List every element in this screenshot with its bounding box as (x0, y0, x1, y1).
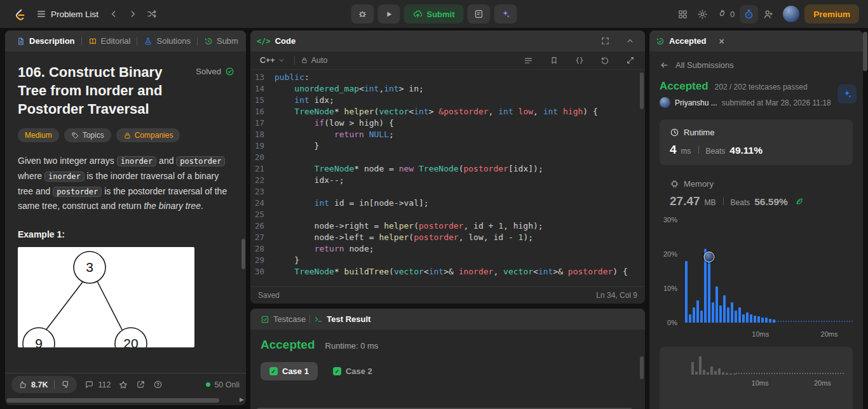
runtime-bar[interactable] (765, 318, 768, 323)
runtime-bar[interactable] (712, 302, 714, 323)
bookmark-button[interactable] (546, 52, 562, 69)
memory-distribution-card[interactable]: 10ms 20ms (660, 347, 853, 409)
next-problem-button[interactable] (124, 5, 142, 23)
runtime-bar[interactable] (754, 316, 756, 323)
runtime-bar[interactable] (685, 261, 688, 323)
memory-bar[interactable] (699, 356, 702, 375)
streak-button[interactable]: 0 (713, 5, 738, 23)
leetcode-logo[interactable] (9, 4, 30, 25)
close-tab-button[interactable]: × (717, 35, 727, 48)
code-line[interactable]: 21 TreeNode* node = new TreeNode(postord… (250, 163, 645, 175)
runtime-bar[interactable] (769, 319, 771, 323)
runtime-bar[interactable] (735, 311, 737, 323)
runtime-bar[interactable] (689, 314, 691, 323)
runtime-bar[interactable] (715, 286, 718, 323)
code-line[interactable]: 15 int idx; (250, 95, 645, 106)
runtime-bar[interactable] (750, 314, 752, 323)
format-code-button[interactable] (520, 52, 537, 69)
runtime-bar[interactable] (700, 311, 703, 323)
settings-button[interactable] (693, 5, 712, 23)
memory-bar[interactable] (710, 366, 713, 375)
snippets-button[interactable] (571, 52, 588, 69)
debug-button[interactable] (351, 4, 374, 23)
memory-bar[interactable] (691, 362, 694, 375)
runtime-bar[interactable] (693, 307, 695, 323)
code-line[interactable]: 25 (250, 209, 645, 220)
runtime-bar[interactable] (742, 314, 745, 323)
user-runtime-marker[interactable] (704, 251, 715, 262)
code-line[interactable]: 24 int id = in[node->val]; (250, 198, 645, 209)
memory-bar[interactable] (703, 370, 705, 375)
notes-button[interactable] (468, 4, 491, 23)
companies-chip[interactable]: Companies (116, 128, 180, 142)
code-line[interactable]: 26 node->right = helper(postorder, id + … (250, 220, 645, 232)
code-editor[interactable]: 13public:14 unordered_map<int,int> in;15… (250, 70, 645, 286)
apps-grid-button[interactable] (674, 5, 692, 23)
runtime-bar[interactable] (723, 295, 726, 323)
window-scrollbar-thumb[interactable] (863, 32, 867, 71)
code-line[interactable]: 17 if(low > high) { (250, 117, 645, 129)
code-line[interactable]: 22 idx--; (250, 175, 645, 186)
tab-accepted[interactable]: Accepted × (656, 35, 727, 48)
dislike-button[interactable] (55, 376, 77, 393)
runtime-bar[interactable] (727, 307, 729, 323)
memory-bar[interactable] (718, 368, 721, 375)
code-line[interactable]: 14 unordered_map<int,int> in; (250, 83, 645, 95)
memory-bar[interactable] (695, 372, 698, 375)
language-selector[interactable]: C++ (257, 54, 288, 67)
code-line[interactable]: 23 (250, 186, 645, 198)
help-button[interactable] (153, 380, 163, 389)
topics-chip[interactable]: Topics (64, 128, 111, 142)
analyze-ai-button[interactable] (837, 84, 857, 104)
code-line[interactable]: 29 } (250, 255, 645, 266)
memory-section[interactable]: Memory 27.47 MB Beats 56.59% (660, 179, 853, 208)
runtime-bar[interactable] (757, 316, 760, 323)
tab-submissions[interactable]: Subm (199, 30, 243, 51)
memory-bar[interactable] (726, 373, 728, 375)
runtime-bar[interactable] (761, 318, 764, 323)
tab-description[interactable]: Description (11, 30, 80, 51)
runtime-bar[interactable] (746, 312, 749, 323)
problem-list-button[interactable]: Problem List (31, 5, 104, 23)
difficulty-badge[interactable]: Medium (18, 128, 59, 142)
fullscreen-editor-button[interactable] (622, 52, 639, 69)
all-submissions-link[interactable]: All Submissions (660, 60, 853, 70)
tab-solutions[interactable]: Solutions (139, 30, 195, 51)
code-line[interactable]: 18 return NULL; (250, 129, 645, 140)
submit-button[interactable]: Submit (403, 4, 463, 23)
code-line[interactable]: 16 TreeNode* helper(vector<int> &postord… (250, 106, 645, 117)
code-line[interactable]: 13public: (250, 72, 645, 83)
memory-bar[interactable] (729, 373, 732, 375)
runtime-bar[interactable] (696, 300, 699, 323)
tab-testcase[interactable]: Testcase (257, 309, 309, 330)
memory-bar[interactable] (707, 372, 709, 375)
hscroll-thumb[interactable] (6, 398, 219, 403)
runtime-bar[interactable] (731, 302, 733, 323)
code-vertical-scrollbar[interactable] (640, 72, 644, 109)
timer-button[interactable] (740, 5, 758, 23)
case-1-button[interactable]: ✓ Case 1 (261, 362, 318, 380)
code-line[interactable]: 20 (250, 152, 645, 163)
like-button[interactable]: 8.7K (11, 376, 54, 393)
hscroll-right-arrow[interactable]: ▶ (240, 396, 244, 403)
tab-test-result[interactable]: Test Result (310, 309, 374, 330)
runtime-bar[interactable] (738, 307, 741, 323)
random-problem-button[interactable] (143, 5, 161, 23)
code-line[interactable]: 19 } (250, 140, 645, 152)
memory-bar[interactable] (714, 371, 717, 375)
ai-assistant-button[interactable] (494, 4, 517, 23)
share-button[interactable] (136, 380, 146, 389)
run-button[interactable] (377, 4, 400, 23)
runtime-bar[interactable] (708, 257, 710, 323)
test-vertical-scrollbar[interactable] (640, 356, 644, 379)
code-line[interactable]: 27 node->left = helper(postorder, low, i… (250, 232, 645, 243)
description-vertical-scrollbar[interactable] (241, 239, 245, 269)
invite-button[interactable] (759, 5, 778, 23)
comments-button[interactable]: 112 (85, 380, 111, 389)
tab-editorial[interactable]: Editorial (83, 30, 136, 51)
prev-problem-button[interactable] (105, 5, 123, 23)
premium-button[interactable]: Premium (804, 4, 859, 23)
code-line[interactable]: 30 TreeNode* buildTree(vector<int>& inor… (250, 266, 645, 278)
collapse-code-button[interactable] (621, 32, 639, 50)
memory-bar[interactable] (722, 372, 724, 375)
